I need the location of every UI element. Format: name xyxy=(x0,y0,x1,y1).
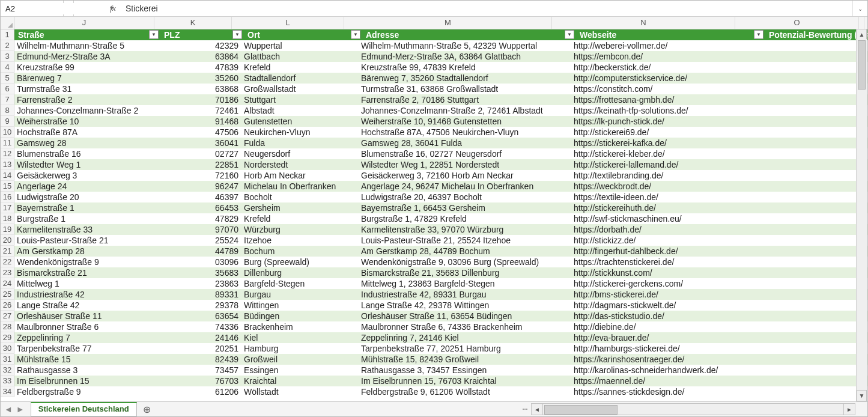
cell-city[interactable]: Kiel xyxy=(241,332,359,343)
filter-dropdown-icon[interactable]: ▼ xyxy=(565,30,574,39)
cell-score[interactable]: 4,20 xyxy=(759,213,867,224)
cell-street[interactable]: Kreuzstraße 99 xyxy=(14,62,159,73)
cell-address[interactable]: Hochstraße 87A, 47506 Neukirchen-Vluyn xyxy=(359,127,571,138)
cell-street[interactable]: Industriestraße 42 xyxy=(14,289,159,300)
cell-website[interactable]: https://dorbath.de/ xyxy=(571,224,759,235)
cell-plz[interactable]: 29378 xyxy=(159,300,241,311)
vscroll-thumb[interactable] xyxy=(858,40,866,90)
cell-address[interactable]: Wendenkönigstraße 9, 03096 Burg (Spreewa… xyxy=(359,257,571,267)
cell-website[interactable]: https://karinshosentraeger.de/ xyxy=(571,354,759,365)
cell-score[interactable]: 7,08 xyxy=(759,51,867,62)
cell-street[interactable]: Burgstraße 1 xyxy=(14,213,159,224)
cell-street[interactable]: Turmstraße 31 xyxy=(14,84,159,94)
cell-score[interactable]: 3,76 xyxy=(759,181,867,192)
cell-plz[interactable]: 20251 xyxy=(159,343,241,354)
cell-street[interactable]: Mittelweg 1 xyxy=(14,278,159,289)
cell-plz[interactable]: 72461 xyxy=(159,105,241,116)
row-index[interactable]: 12 xyxy=(1,148,14,159)
cell-address[interactable]: Maulbronner Straße 6, 74336 Brackenheim xyxy=(359,321,571,332)
cell-city[interactable]: Wittingen xyxy=(241,300,359,311)
cell-plz[interactable]: 63864 xyxy=(159,51,241,62)
cell-website[interactable]: http://stickerei-kleber.de/ xyxy=(571,148,759,159)
cell-address[interactable]: Gamsweg 28, 36041 Fulda xyxy=(359,138,571,148)
cell-street[interactable]: Rathausgasse 3 xyxy=(14,365,159,376)
cell-address[interactable]: Am Gerstkamp 28, 44789 Bochum xyxy=(359,246,571,257)
cell-street[interactable]: Lange Straße 42 xyxy=(14,300,159,311)
row-index[interactable]: 31 xyxy=(1,354,14,365)
cell-street[interactable]: Johannes-Conzelmann-Straße 2 xyxy=(14,105,159,116)
cell-street[interactable]: Feldbergstraße 9 xyxy=(14,386,159,397)
cell-score[interactable]: 8,56 xyxy=(759,202,867,213)
column-header-j[interactable]: J xyxy=(14,17,154,29)
cell-address[interactable]: Turmstraße 31, 63868 Großwallstadt xyxy=(359,84,571,94)
cell-address[interactable]: Farrenstraße 2, 70186 Stuttgart xyxy=(359,94,571,105)
table-header-potenzial-bewertung-10-max[interactable]: Potenzial-Bewertung (10=max)▼ xyxy=(765,29,867,40)
row-index[interactable]: 27 xyxy=(1,311,14,321)
cell-city[interactable]: Neukirchen-Vluyn xyxy=(241,127,359,138)
row-index[interactable]: 11 xyxy=(1,138,14,148)
row-index[interactable]: 3 xyxy=(1,51,14,62)
cell-street[interactable]: Am Gerstkamp 28 xyxy=(14,246,159,257)
scroll-right-icon[interactable]: ► xyxy=(843,403,855,415)
cell-city[interactable]: Gersheim xyxy=(241,202,359,213)
cell-website[interactable]: http://stickerei-gerckens.com/ xyxy=(571,278,759,289)
scroll-left-icon[interactable]: ◄ xyxy=(531,403,543,415)
cell-street[interactable]: Mühlstraße 15 xyxy=(14,354,159,365)
row-index[interactable]: 15 xyxy=(1,181,14,192)
cell-street[interactable]: Wilstedter Weg 1 xyxy=(14,159,159,170)
cell-address[interactable]: Angerlage 24, 96247 Michelau In Oberfran… xyxy=(359,181,571,192)
row-index[interactable]: 34 xyxy=(1,386,14,397)
cell-city[interactable]: Fulda xyxy=(241,138,359,148)
cell-plz[interactable]: 74336 xyxy=(159,321,241,332)
cell-website[interactable]: http://karolinas-schneiderhandwerk.de/ xyxy=(571,365,759,376)
cell-website[interactable]: http://diebine.de/ xyxy=(571,321,759,332)
cell-city[interactable]: Horb Am Neckar xyxy=(241,170,359,181)
cell-city[interactable]: Wuppertal xyxy=(241,40,359,51)
cell-address[interactable]: Bismarckstraße 21, 35683 Dillenburg xyxy=(359,267,571,278)
cell-city[interactable]: Krefeld xyxy=(241,62,359,73)
cell-plz[interactable]: 63654 xyxy=(159,311,241,321)
row-index[interactable]: 30 xyxy=(1,343,14,354)
cell-score[interactable]: 3,18 xyxy=(759,235,867,246)
row-index[interactable]: 20 xyxy=(1,235,14,246)
cell-street[interactable]: Bismarckstraße 21 xyxy=(14,267,159,278)
cell-website[interactable]: https://textile-ideen.de/ xyxy=(571,192,759,202)
hscroll-track[interactable] xyxy=(543,403,843,415)
cell-address[interactable]: Im Eiselbrunnen 15, 76703 Kraichtal xyxy=(359,376,571,386)
vertical-scrollbar[interactable]: ▲ ▼ xyxy=(856,29,867,401)
row-index[interactable]: 29 xyxy=(1,332,14,343)
row-index[interactable]: 10 xyxy=(1,127,14,138)
cell-website[interactable]: http://textilebranding.de/ xyxy=(571,170,759,181)
cell-plz[interactable]: 35260 xyxy=(159,73,241,84)
column-header-o[interactable]: O xyxy=(735,17,859,29)
cell-plz[interactable]: 96247 xyxy=(159,181,241,192)
cell-plz[interactable]: 73457 xyxy=(159,365,241,376)
cell-website[interactable]: https://lk-punch-stick.de/ xyxy=(571,116,759,127)
cell-score[interactable]: 3,19 xyxy=(759,246,867,257)
cell-website[interactable]: http://stickizz.de/ xyxy=(571,235,759,246)
cell-city[interactable]: Großwallstadt xyxy=(241,84,359,94)
cell-street[interactable]: Bärenweg 7 xyxy=(14,73,159,84)
cell-website[interactable]: https://sannes-stickdesign.de/ xyxy=(571,386,759,397)
cell-website[interactable]: https://stickerei-kafka.de/ xyxy=(571,138,759,148)
cell-plz[interactable]: 47506 xyxy=(159,127,241,138)
cell-city[interactable]: Bochum xyxy=(241,246,359,257)
cell-city[interactable]: Stadtallendorf xyxy=(241,73,359,84)
cell-address[interactable]: Rathausgasse 3, 73457 Essingen xyxy=(359,365,571,376)
row-index[interactable]: 17 xyxy=(1,202,14,213)
cell-street[interactable]: Bayernstraße 1 xyxy=(14,202,159,213)
cell-plz[interactable]: 47839 xyxy=(159,62,241,73)
cell-score[interactable]: 7,12 xyxy=(759,94,867,105)
row-index[interactable]: 24 xyxy=(1,278,14,289)
cell-street[interactable]: Zeppelinring 7 xyxy=(14,332,159,343)
cell-plz[interactable]: 70186 xyxy=(159,94,241,105)
column-header-k[interactable]: K xyxy=(154,17,232,29)
cell-address[interactable]: Edmund-Merz-Straße 3A, 63864 Glattbach xyxy=(359,51,571,62)
cell-score[interactable]: 8,13 xyxy=(759,138,867,148)
cell-street[interactable]: Gamsweg 28 xyxy=(14,138,159,148)
cell-score[interactable]: 6,10 xyxy=(759,116,867,127)
cell-address[interactable]: Feldbergstraße 9, 61206 Wöllstadt xyxy=(359,386,571,397)
cell-score[interactable]: 5,07 xyxy=(759,105,867,116)
cell-website[interactable]: https://constitch.com/ xyxy=(571,84,759,94)
cell-score[interactable]: 7,34 xyxy=(759,343,867,354)
